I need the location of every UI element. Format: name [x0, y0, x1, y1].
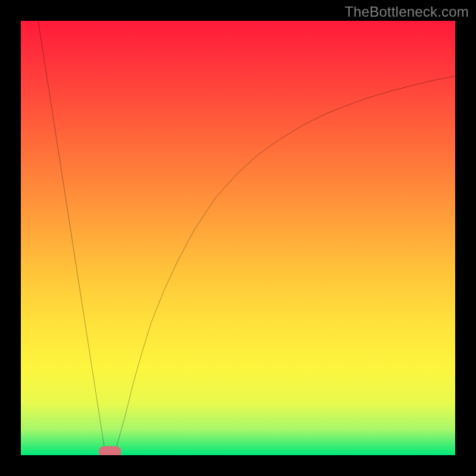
gradient-background: [21, 21, 455, 455]
chart-svg: [21, 21, 455, 455]
chart-frame: TheBottleneck.com: [0, 0, 476, 476]
plot-area: [21, 21, 455, 455]
optimum-marker: [99, 446, 121, 455]
marker-group: [99, 446, 121, 455]
watermark-text: TheBottleneck.com: [345, 4, 469, 20]
